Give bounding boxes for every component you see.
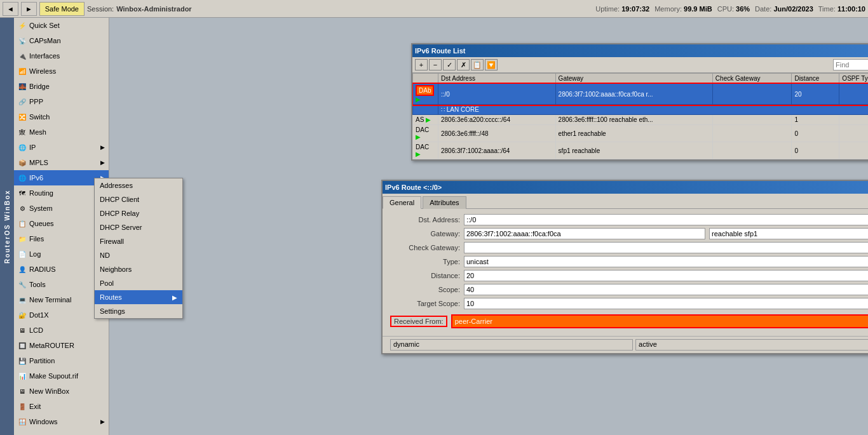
scope-input[interactable] — [464, 284, 868, 295]
cpu-item: CPU: 36% — [717, 5, 750, 13]
winbox-icon: 🖥 — [18, 387, 27, 396]
row-ospf — [839, 115, 868, 125]
sidebar-wrapper: RouterOS WinBox ⚡ Quick Set 📡 CAPsMan 🔌 … — [0, 18, 109, 435]
table-header-row: Dst Address Gateway Check Gateway Distan… — [413, 74, 869, 84]
submenu-nd[interactable]: ND — [95, 248, 182, 262]
row-gateway: sfp1 reachable — [555, 142, 712, 159]
terminal-icon: 💻 — [18, 295, 27, 304]
table-row[interactable]: ∷ LAN CORE — [413, 105, 869, 115]
memory-item: Memory: 99.9 MiB — [654, 5, 712, 13]
submenu-dhcp-server[interactable]: DHCP Server — [95, 220, 182, 234]
col-distance: Distance — [792, 74, 839, 84]
sidebar-item-wireless[interactable]: 📶 Wireless — [14, 64, 109, 79]
row-flags — [413, 105, 438, 115]
submenu-routes[interactable]: Routes ▶ — [95, 290, 182, 304]
sidebar-label-windows: Windows — [29, 418, 58, 425]
received-from-label: Received From: — [390, 316, 447, 327]
submenu-settings[interactable]: Settings — [95, 304, 182, 318]
dst-address-input[interactable] — [464, 214, 868, 225]
row-distance: 20 — [792, 84, 839, 105]
remove-btn[interactable]: − — [429, 59, 442, 70]
sidebar-item-new-winbox[interactable]: 🖥 New WinBox — [14, 384, 109, 399]
row-distance: 0 — [792, 142, 839, 159]
enable-btn[interactable]: ✓ — [443, 59, 456, 70]
sidebar-item-interfaces[interactable]: 🔌 Interfaces — [14, 48, 109, 64]
dst-address-label: Dst. Address: — [390, 216, 460, 224]
sidebar-label-capsman: CAPsMan — [29, 37, 61, 44]
target-scope-label: Target Scope: — [390, 300, 460, 307]
row-check-gw — [712, 115, 792, 125]
sidebar-item-quick-set[interactable]: ⚡ Quick Set — [14, 18, 109, 33]
type-label: Type: — [390, 258, 460, 265]
submenu-dhcp-relay[interactable]: DHCP Relay — [95, 206, 182, 220]
forward-btn[interactable]: ► — [21, 2, 37, 16]
sidebar-label-routing: Routing — [29, 189, 53, 197]
submenu-addresses[interactable]: Addresses — [95, 178, 182, 192]
uptime-item: Uptime: 19:07:32 — [595, 5, 649, 13]
table-row[interactable]: AS ▶ 2806:3e6:a200:cccc::/64 2806:3e6:ff… — [413, 115, 869, 125]
disable-btn[interactable]: ✗ — [457, 59, 470, 70]
sidebar-item-partition[interactable]: 💾 Partition — [14, 353, 109, 368]
sidebar-item-mesh[interactable]: 🕸 Mesh — [14, 124, 109, 140]
status-row: dynamic active BGP — [383, 336, 868, 353]
gateway-label: Gateway: — [390, 230, 460, 238]
sidebar-item-bridge[interactable]: 🌉 Bridge — [14, 79, 109, 94]
sidebar-item-switch[interactable]: 🔀 Switch — [14, 109, 109, 124]
row-dst: ::/0 — [438, 84, 556, 105]
table-row[interactable]: DAC ▶ 2806:3f7:1002:aaaa::/64 sfp1 reach… — [413, 142, 869, 159]
filter-btn[interactable]: 🔽 — [485, 59, 498, 70]
quick-set-icon: ⚡ — [18, 21, 27, 30]
received-from-row: Received From: — [390, 314, 868, 328]
sidebar-item-capsman[interactable]: 📡 CAPsMan — [14, 33, 109, 48]
sidebar-item-exit[interactable]: 🚪 Exit — [14, 399, 109, 414]
main-area: RouterOS WinBox ⚡ Quick Set 📡 CAPsMan 🔌 … — [0, 18, 868, 435]
check-gateway-input[interactable] — [464, 242, 868, 253]
sidebar-item-lcd[interactable]: 🖥 LCD — [14, 323, 109, 338]
type-row: Type: — [390, 256, 868, 267]
sidebar-item-ppp[interactable]: 🔗 PPP — [14, 94, 109, 109]
interfaces-icon: 🔌 — [18, 51, 27, 60]
route-list-title: IPv6 Route List — [415, 47, 465, 55]
files-icon: 📁 — [18, 234, 27, 243]
row-dst: 2806:3e6:ffff::/48 — [438, 125, 556, 142]
safe-mode-button[interactable]: Safe Mode — [39, 2, 85, 16]
submenu-pool[interactable]: Pool — [95, 276, 182, 290]
check-gateway-row: Check Gateway: — [390, 242, 868, 253]
copy-btn[interactable]: 📋 — [471, 59, 484, 70]
sidebar-label-exit: Exit — [29, 403, 41, 410]
received-from-input[interactable] — [451, 314, 868, 328]
sidebar-item-ip[interactable]: 🌐 IP ▶ — [14, 140, 109, 155]
back-btn[interactable]: ◄ — [3, 2, 18, 16]
session-label: Session: — [87, 5, 114, 13]
target-scope-input[interactable] — [464, 298, 868, 309]
route-table-container: Dst Address Gateway Check Gateway Distan… — [412, 73, 868, 159]
type-input[interactable] — [464, 256, 868, 267]
table-row[interactable]: DAC ▶ 2806:3e6:ffff::/48 ether1 reachabl… — [413, 125, 869, 142]
row-dst: 2806:3f7:1002:aaaa::/64 — [438, 142, 556, 159]
submenu-firewall[interactable]: Firewall — [95, 234, 182, 248]
route-detail-titlebar: IPv6 Route <::/0> _ □ ✕ — [383, 181, 868, 194]
sidebar-item-windows[interactable]: 🪟 Windows ▶ — [14, 414, 109, 429]
top-toolbar: ◄ ► Safe Mode Session: Winbox-Administra… — [0, 0, 868, 18]
tab-general[interactable]: General — [383, 196, 421, 209]
row-check-gw — [712, 84, 792, 105]
submenu-dhcp-client[interactable]: DHCP Client — [95, 192, 182, 206]
sidebar-item-metarouter[interactable]: 🔲 MetaROUTER — [14, 338, 109, 353]
gateway-input[interactable] — [464, 228, 705, 239]
submenu-neighbors[interactable]: Neighbors — [95, 262, 182, 276]
wireless-icon: 📶 — [18, 67, 27, 76]
row-gateway: 2806:3e6:ffff::100 reachable eth... — [555, 115, 712, 125]
row-gateway: ether1 reachable — [555, 125, 712, 142]
sidebar-item-make-supout[interactable]: 📊 Make Supout.rif — [14, 368, 109, 384]
distance-input[interactable] — [464, 270, 868, 281]
target-scope-row: Target Scope: — [390, 298, 868, 309]
table-row[interactable]: DAb ▶ ::/0 2806:3f7:1002:aaaa::f0ca:f0ca… — [413, 84, 869, 105]
col-dst: Dst Address — [438, 74, 556, 84]
sidebar-item-mpls[interactable]: 📦 MPLS ▶ — [14, 155, 109, 170]
add-btn[interactable]: + — [415, 59, 428, 70]
sidebar-label-switch: Switch — [29, 113, 50, 121]
tab-attributes[interactable]: Attributes — [423, 196, 466, 209]
route-detail-title: IPv6 Route <::/0> — [385, 184, 442, 191]
find-input[interactable] — [833, 59, 868, 70]
sidebar-label-quick-set: Quick Set — [29, 22, 60, 29]
